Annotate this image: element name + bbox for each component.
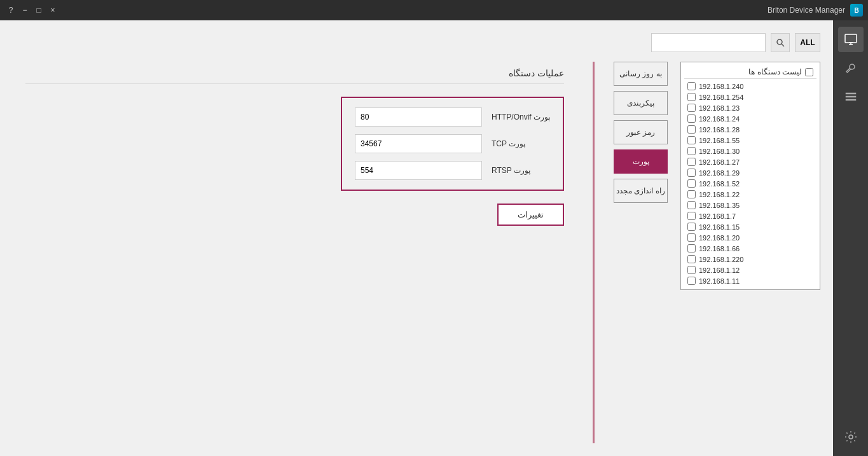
device-list-item: 192.168.1.55 xyxy=(684,135,816,146)
tcp-port-input[interactable] xyxy=(355,134,482,153)
device-ip: 192.168.1.15 xyxy=(699,223,740,231)
device-checkbox[interactable] xyxy=(687,82,696,90)
maximize-button[interactable]: □ xyxy=(33,4,45,16)
device-ip: 192.168.1.29 xyxy=(699,169,740,177)
device-checkbox[interactable] xyxy=(687,125,696,134)
sidebar-icon-list[interactable] xyxy=(838,84,864,109)
device-checkbox[interactable] xyxy=(687,244,696,252)
sidebar-icon-settings[interactable] xyxy=(838,424,864,450)
device-checkbox[interactable] xyxy=(687,104,696,112)
svg-rect-0 xyxy=(845,34,857,43)
device-list-item: 192.168.1.29 xyxy=(684,167,816,178)
minimize-button[interactable]: − xyxy=(19,4,31,16)
http-port-row: پورت HTTP/Onvif xyxy=(355,107,550,127)
device-checkbox[interactable] xyxy=(687,179,696,188)
app-icon: B xyxy=(850,4,863,17)
device-list-item: 192.168.1.52 xyxy=(684,178,816,189)
content-area: ALL لیست دستگاه ها 192.168.1.240192.168.… xyxy=(0,20,833,456)
password-button[interactable]: رمز عبور xyxy=(614,120,668,144)
svg-rect-5 xyxy=(846,96,856,97)
update-button[interactable]: به روز رسانی xyxy=(614,62,668,86)
device-list-box: لیست دستگاه ها 192.168.1.240192.168.1.25… xyxy=(680,62,820,290)
device-list-item: 192.168.1.35 xyxy=(684,200,816,211)
configure-button[interactable]: پیکربندی xyxy=(614,91,668,115)
device-items-container: 192.168.1.240192.168.1.254192.168.1.2319… xyxy=(684,81,816,286)
device-list-item: 192.168.1.30 xyxy=(684,146,816,156)
svg-point-8 xyxy=(777,39,782,45)
device-checkbox[interactable] xyxy=(687,136,696,144)
device-list-item: 192.168.1.254 xyxy=(684,92,816,102)
device-ip: 192.168.1.22 xyxy=(699,191,740,198)
search-bar: ALL xyxy=(13,33,820,52)
search-input[interactable] xyxy=(651,33,766,52)
device-checkbox[interactable] xyxy=(687,114,696,123)
all-button[interactable]: ALL xyxy=(795,33,820,52)
device-checkbox[interactable] xyxy=(687,93,696,101)
device-list-item: 192.168.1.24 xyxy=(684,113,816,124)
device-list-item: 192.168.1.220 xyxy=(684,254,816,265)
search-button[interactable] xyxy=(771,33,790,52)
sidebar-icon-monitor[interactable] xyxy=(838,27,864,52)
title-bar-left: B Briton Device Manager xyxy=(768,4,863,17)
rtsp-port-input[interactable] xyxy=(355,161,482,180)
device-checkbox[interactable] xyxy=(687,266,696,274)
device-ip: 192.168.1.11 xyxy=(699,277,740,285)
close-button[interactable]: × xyxy=(47,4,59,16)
device-list-item: 192.168.1.28 xyxy=(684,124,816,135)
help-button[interactable]: ? xyxy=(5,4,17,16)
device-checkbox[interactable] xyxy=(687,190,696,198)
device-checkbox[interactable] xyxy=(687,169,696,177)
svg-point-7 xyxy=(849,435,853,439)
device-ip: 192.168.1.220 xyxy=(699,256,743,263)
device-checkbox[interactable] xyxy=(687,158,696,166)
device-ip: 192.168.1.28 xyxy=(699,126,740,134)
title-bar-controls: ? − □ × xyxy=(5,4,59,16)
app-title: Briton Device Manager xyxy=(768,6,845,15)
rtsp-port-row: پورت RTSP xyxy=(355,161,550,180)
vertical-divider xyxy=(593,62,595,443)
reboot-button[interactable]: راه اندازی مجدد xyxy=(614,179,668,203)
select-all-checkbox[interactable] xyxy=(805,68,813,76)
operations-title: عملیات دستگاه xyxy=(25,68,564,84)
sidebar-icon-wrench[interactable] xyxy=(838,55,864,81)
operations-panel: عملیات دستگاه پورت HTTP/Onvif پورت TCP پ… xyxy=(13,62,577,443)
device-checkbox[interactable] xyxy=(687,277,696,285)
device-ip: 192.168.1.20 xyxy=(699,234,740,242)
changes-button[interactable]: تغییرات xyxy=(497,204,564,226)
device-list-item: 192.168.1.11 xyxy=(684,275,816,286)
device-ip: 192.168.1.240 xyxy=(699,83,743,90)
device-ip: 192.168.1.12 xyxy=(699,266,740,274)
main-panel: لیست دستگاه ها 192.168.1.240192.168.1.25… xyxy=(13,62,820,443)
device-ip: 192.168.1.24 xyxy=(699,115,740,123)
svg-line-9 xyxy=(782,44,784,46)
device-ip: 192.168.1.30 xyxy=(699,148,740,155)
device-checkbox[interactable] xyxy=(687,147,696,155)
device-list-item: 192.168.1.23 xyxy=(684,102,816,113)
action-panel: به روز رسانی پیکربندی رمز عبور پورت راه … xyxy=(610,62,668,443)
port-button[interactable]: پورت xyxy=(614,149,668,174)
device-checkbox[interactable] xyxy=(687,233,696,242)
port-fields: پورت HTTP/Onvif پورت TCP پورت RTSP xyxy=(341,97,564,191)
device-list-item: 192.168.1.15 xyxy=(684,221,816,232)
device-ip: 192.168.1.35 xyxy=(699,202,740,209)
svg-rect-4 xyxy=(846,93,856,94)
device-checkbox[interactable] xyxy=(687,223,696,231)
device-list-item: 192.168.1.20 xyxy=(684,232,816,243)
device-list-title: لیست دستگاه ها xyxy=(748,67,802,76)
svg-rect-6 xyxy=(846,99,856,100)
tcp-port-row: پورت TCP xyxy=(355,134,550,153)
device-list-item: 192.168.1.22 xyxy=(684,189,816,200)
http-port-label: پورت HTTP/Onvif xyxy=(492,113,550,121)
device-list-item: 192.168.1.66 xyxy=(684,243,816,254)
device-ip: 192.168.1.55 xyxy=(699,137,740,144)
rtsp-port-label: پورت RTSP xyxy=(492,166,530,175)
device-ip: 192.168.1.23 xyxy=(699,104,740,112)
device-checkbox[interactable] xyxy=(687,255,696,263)
device-checkbox[interactable] xyxy=(687,201,696,209)
device-checkbox[interactable] xyxy=(687,212,696,220)
device-list-item: 192.168.1.27 xyxy=(684,156,816,167)
device-ip: 192.168.1.66 xyxy=(699,245,740,252)
device-list-panel: لیست دستگاه ها 192.168.1.240192.168.1.25… xyxy=(680,62,820,443)
device-ip: 192.168.1.27 xyxy=(699,158,740,166)
http-port-input[interactable] xyxy=(355,107,482,127)
